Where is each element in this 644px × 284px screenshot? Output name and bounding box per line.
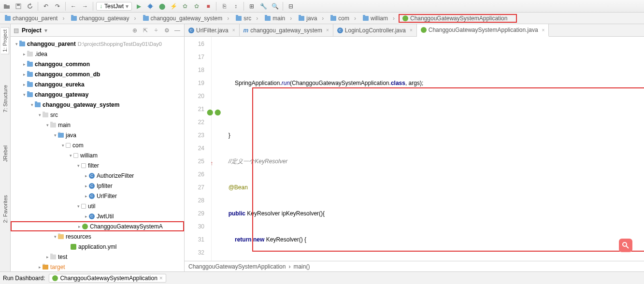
- back-icon[interactable]: ←: [69, 1, 78, 11]
- editor-breadcrumb: ChanggouGatewaySystemApplication › main(…: [185, 261, 644, 271]
- code-editor[interactable]: SpringApplication.run(ChanggouGatewaySys…: [212, 37, 644, 261]
- undo-icon[interactable]: ↶: [41, 1, 51, 11]
- bc-item[interactable]: ChanggouGatewaySystemApplication: [188, 263, 286, 270]
- tree-node[interactable]: ▾src: [11, 110, 184, 120]
- tree-node[interactable]: application.yml: [11, 241, 184, 252]
- tree-node[interactable]: ▾resources: [11, 231, 184, 241]
- main-toolbar: ↶ ↷ ← → ↓ TestJwt ▾ ▶ ⬤ ⚡ ✿ ✿ ■ ⎘ ↕ ⊞ 🔧 …: [0, 0, 644, 13]
- editor-tab[interactable]: CUrlFilter.java×: [185, 24, 240, 36]
- breadcrumb-item[interactable]: changgou_parent: [2, 14, 68, 22]
- tree-node[interactable]: ▸CAuthorizeFilter: [11, 170, 184, 181]
- close-icon[interactable]: ×: [159, 275, 163, 282]
- svg-point-7: [623, 242, 627, 246]
- tab-structure[interactable]: 7: Structure: [1, 83, 9, 114]
- layout-icon[interactable]: ⊟: [286, 1, 296, 11]
- breadcrumb-item[interactable]: src: [233, 14, 262, 22]
- tree-node[interactable]: ▸changgou_common_db: [11, 69, 184, 79]
- run-config-selector[interactable]: ↓ TestJwt ▾: [96, 2, 132, 11]
- attach-icon[interactable]: ✿: [180, 1, 190, 11]
- tree-node[interactable]: ▸CUrlFilter: [11, 191, 184, 201]
- status-bar: Run Dashboard: ChanggouGatewaySystemAppl…: [0, 271, 644, 284]
- tree-node[interactable]: ▾java: [11, 130, 184, 140]
- tree-node[interactable]: ▸changgou_eureka: [11, 79, 184, 89]
- diff-icon[interactable]: ↕: [231, 1, 241, 11]
- debug-icon[interactable]: [145, 1, 155, 11]
- line-gutter[interactable]: 16 17 18 19 20 21⬤⬤ 22 23 24 25↑ 26 27 2…: [185, 37, 212, 261]
- editor-body[interactable]: 16 17 18 19 20 21⬤⬤ 22 23 24 25↑ 26 27 2…: [185, 37, 644, 261]
- tab-jrebel[interactable]: JRebel: [1, 143, 9, 164]
- hide-icon[interactable]: —: [173, 27, 181, 34]
- close-icon[interactable]: ×: [410, 28, 413, 33]
- tree-node[interactable]: ▾main: [11, 120, 184, 130]
- tree-node[interactable]: ▸CJwtUtil: [11, 211, 184, 221]
- svg-rect-1: [17, 4, 20, 6]
- project-panel-header: ▤ Project ▾ ⊕ ⇱ ÷ ⚙ —: [11, 24, 184, 37]
- tree-node[interactable]: ▸target: [11, 262, 184, 271]
- run-icon[interactable]: ▶: [134, 1, 143, 11]
- bc-item[interactable]: main(): [293, 263, 310, 270]
- breadcrumb-item[interactable]: changgou_gateway_system: [140, 14, 233, 22]
- save-icon[interactable]: [14, 1, 23, 11]
- search-icon[interactable]: 🔍: [270, 1, 280, 11]
- tree-node[interactable]: ▸CIpfilter: [11, 181, 184, 191]
- project-tool-window: ▤ Project ▾ ⊕ ⇱ ÷ ⚙ — ▾changgou_parentD:…: [11, 24, 185, 271]
- breadcrumb-item[interactable]: main: [262, 14, 296, 22]
- project-tree[interactable]: ▾changgou_parentD:\projectShoppingTestDa…: [11, 37, 184, 271]
- stop-icon[interactable]: ■: [203, 1, 213, 11]
- editor-tabs: CUrlFilter.java× mchanggou_gateway_syste…: [185, 24, 644, 37]
- gear-icon[interactable]: ⚙: [163, 27, 171, 34]
- panel-title: Project: [22, 27, 42, 34]
- tree-node[interactable]: ▾changgou_gateway_system: [11, 99, 184, 110]
- tab-project[interactable]: 1: Project: [1, 27, 9, 54]
- tree-node[interactable]: ▾changgou_gateway: [11, 89, 184, 99]
- editor-tab[interactable]: CLoginLogController.java×: [333, 24, 417, 36]
- tree-node[interactable]: ▸test: [11, 252, 184, 262]
- breadcrumb-item-current[interactable]: ChanggouGatewaySystemApplication: [399, 14, 517, 23]
- tree-node[interactable]: ▾william: [11, 150, 184, 160]
- nav-breadcrumb: changgou_parent changgou_gateway changgo…: [0, 13, 644, 24]
- close-icon[interactable]: ×: [542, 28, 545, 33]
- attach2-icon[interactable]: ✿: [192, 1, 201, 11]
- editor-tab-active[interactable]: ChanggouGatewaySystemApplication.java×: [417, 24, 549, 37]
- collapse-icon[interactable]: ⇱: [142, 27, 149, 34]
- tree-node[interactable]: ▸.idea: [11, 49, 184, 59]
- locate-icon[interactable]: ⊕: [131, 27, 139, 34]
- breadcrumb-item[interactable]: william: [360, 14, 399, 22]
- editor-area: CUrlFilter.java× mchanggou_gateway_syste…: [185, 24, 644, 271]
- editor-tab[interactable]: mchanggou_gateway_system×: [240, 24, 333, 36]
- structure-icon[interactable]: ⊞: [247, 1, 257, 11]
- tool-window-tabs: 1: Project 7: Structure JRebel 2: Favori…: [0, 24, 11, 271]
- breadcrumb-item[interactable]: com: [328, 14, 360, 22]
- run-dashboard-label: Run Dashboard:: [3, 275, 45, 282]
- redo-icon[interactable]: ↷: [53, 1, 62, 11]
- coverage-icon[interactable]: ⬤: [157, 1, 167, 11]
- expand-icon[interactable]: ÷: [152, 27, 160, 34]
- tree-node[interactable]: ▸changgou_common: [11, 59, 184, 69]
- run-dashboard-app[interactable]: ChanggouGatewaySystemApplication ×: [49, 274, 166, 283]
- open-icon[interactable]: [2, 1, 12, 11]
- close-icon[interactable]: ×: [326, 28, 329, 33]
- forward-icon[interactable]: →: [80, 1, 90, 11]
- close-icon[interactable]: ×: [232, 28, 235, 33]
- refresh-icon[interactable]: [25, 1, 35, 11]
- settings-icon[interactable]: 🔧: [258, 1, 268, 11]
- search-bubble-icon[interactable]: [619, 239, 632, 252]
- breadcrumb-item[interactable]: changgou_gateway: [68, 14, 140, 22]
- tree-node[interactable]: ▾com: [11, 140, 184, 150]
- tree-root[interactable]: ▾changgou_parentD:\projectShoppingTestDa…: [11, 39, 184, 49]
- svg-point-2: [148, 4, 152, 8]
- run-config-label: TestJwt: [104, 3, 124, 10]
- tab-favorites[interactable]: 2: Favorites: [1, 193, 9, 225]
- tree-node[interactable]: ▾filter: [11, 160, 184, 170]
- tree-node-app[interactable]: ▸ChanggouGatewaySystemA: [11, 221, 184, 231]
- tree-node[interactable]: ▾util: [11, 201, 184, 211]
- svg-line-8: [626, 246, 629, 248]
- profile-icon[interactable]: ⚡: [169, 1, 178, 11]
- breadcrumb-item[interactable]: java: [296, 14, 328, 22]
- vcs-icon[interactable]: ⎘: [219, 1, 229, 11]
